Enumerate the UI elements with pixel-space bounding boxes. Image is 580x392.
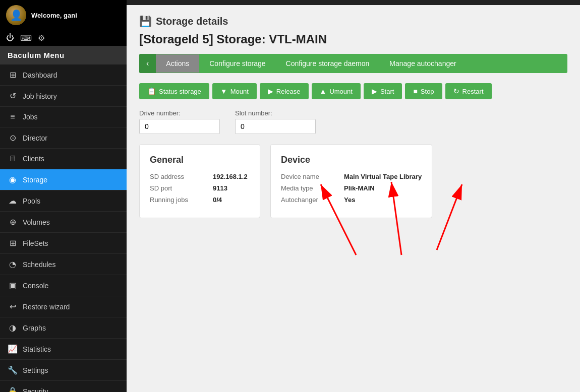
pools-icon: ☁ (8, 196, 18, 206)
sidebar-item-statistics[interactable]: 📈 Statistics (0, 339, 127, 360)
umount-button[interactable]: ▲ Umount (312, 83, 361, 99)
dashboard-icon: ⊞ (8, 70, 18, 80)
sidebar-item-pools[interactable]: ☁ Pools (0, 190, 127, 212)
storage-icon: ◉ (8, 175, 18, 184)
device-name-label: Device name (281, 173, 336, 180)
settings-icon[interactable]: ⚙ (38, 33, 45, 43)
sd-port-value: 9113 (213, 184, 227, 192)
sidebar-item-job-history[interactable]: ↺ Job history (0, 86, 127, 107)
graphs-icon: ◑ (8, 323, 18, 333)
autochanger-value: Yes (344, 196, 355, 204)
sidebar-item-label: Restore wizard (23, 303, 70, 311)
status-storage-button[interactable]: 📋 Status storage (139, 83, 209, 99)
restart-button[interactable]: ↻ Restart (445, 83, 492, 99)
form-row: Drive number: Slot number: (139, 109, 567, 134)
sidebar-header: 👤 Welcome, gani (0, 0, 127, 30)
sidebar-item-label: Security (23, 387, 48, 393)
general-card: General SD address 192.168.1.2 SD port 9… (139, 144, 260, 218)
sidebar-item-security[interactable]: 🔒 Security (0, 381, 127, 392)
statistics-icon: 📈 (8, 344, 18, 354)
job-history-icon: ↺ (8, 91, 18, 101)
start-icon: ▶ (372, 87, 377, 95)
header-icons: ⏻ ⌨ ⚙ (0, 30, 127, 46)
main-content: 💾 Storage details [StorageId 5] Storage:… (127, 0, 580, 392)
card-row-sd-address: SD address 192.168.1.2 (150, 173, 250, 180)
sd-port-label: SD port (150, 184, 205, 192)
tab-actions[interactable]: Actions (156, 54, 199, 73)
tab-manage-autochanger[interactable]: Manage autochanger (379, 54, 466, 73)
terminal-icon[interactable]: ⌨ (20, 33, 32, 43)
sidebar-item-label: Graphs (23, 324, 46, 332)
storage-id-title: [StorageId 5] Storage: VTL-MAIN (139, 32, 567, 46)
start-button[interactable]: ▶ Start (364, 83, 402, 99)
sidebar-item-label: Dashboard (23, 71, 57, 79)
drive-number-input[interactable] (139, 119, 220, 134)
mount-icon: ▼ (220, 87, 227, 95)
sidebar-item-clients[interactable]: 🖥 Clients (0, 149, 127, 169)
clients-icon: 🖥 (8, 154, 18, 163)
power-icon[interactable]: ⏻ (6, 33, 14, 43)
stop-icon: ■ (413, 87, 417, 95)
action-buttons: 📋 Status storage ▼ Mount ▶ Release ▲ Umo… (139, 83, 567, 99)
release-icon: ▶ (268, 87, 273, 95)
sidebar-item-label: Clients (23, 155, 44, 163)
schedules-icon: ◔ (8, 259, 18, 269)
sidebar-item-director[interactable]: ⊙ Director (0, 127, 127, 149)
sidebar-item-label: Volumes (23, 218, 50, 226)
tab-bar: ‹ Actions Configure storage Configure st… (139, 54, 567, 73)
menu-title: Baculum Menu (0, 46, 127, 64)
sidebar-item-label: Statistics (23, 345, 51, 353)
card-row-media-type: Media type Plik-MAIN (281, 184, 422, 192)
sidebar-item-jobs[interactable]: ≡ Jobs (0, 107, 127, 127)
release-button[interactable]: ▶ Release (260, 83, 309, 99)
card-row-device-name: Device name Main Virtual Tape Library (281, 173, 422, 180)
filesets-icon: ⊞ (8, 238, 18, 248)
tab-configure-daemon[interactable]: Configure storage daemon (276, 54, 380, 73)
restart-icon: ↻ (453, 87, 459, 95)
stop-button[interactable]: ■ Stop (405, 83, 442, 99)
sidebar-item-console[interactable]: ▣ Console (0, 275, 127, 296)
slot-number-label: Slot number: (235, 109, 316, 117)
sidebar: 👤 Welcome, gani ⏻ ⌨ ⚙ Baculum Menu ⊞ Das… (0, 0, 127, 392)
sd-address-label: SD address (150, 173, 205, 180)
slot-number-group: Slot number: (235, 109, 316, 134)
sidebar-item-storage[interactable]: ◉ Storage (0, 169, 127, 190)
security-icon: 🔒 (8, 386, 18, 392)
card-row-autochanger: Autochanger Yes (281, 196, 422, 204)
avatar: 👤 (6, 5, 26, 25)
sidebar-item-label: Job history (23, 92, 57, 100)
top-bar (127, 0, 580, 5)
general-card-title: General (150, 155, 250, 165)
drive-number-label: Drive number: (139, 109, 220, 117)
cards-row: General SD address 192.168.1.2 SD port 9… (139, 144, 567, 218)
sidebar-item-graphs[interactable]: ◑ Graphs (0, 317, 127, 339)
sidebar-item-volumes[interactable]: ⊕ Volumes (0, 212, 127, 233)
sidebar-item-label: Settings (23, 366, 48, 374)
media-type-label: Media type (281, 184, 336, 192)
sd-address-value: 192.168.1.2 (213, 173, 248, 180)
device-name-value: Main Virtual Tape Library (344, 173, 422, 180)
slot-number-input[interactable] (235, 119, 316, 134)
welcome-text: Welcome, gani (31, 12, 77, 19)
drive-number-group: Drive number: (139, 109, 220, 134)
sidebar-item-label: Storage (23, 176, 47, 184)
sidebar-item-label: Pools (23, 197, 40, 205)
sidebar-item-label: Schedules (23, 260, 55, 269)
media-type-value: Plik-MAIN (344, 184, 375, 192)
running-jobs-label: Running jobs (150, 196, 205, 204)
sidebar-item-dashboard[interactable]: ⊞ Dashboard (0, 64, 127, 86)
svg-line-3 (437, 184, 462, 250)
sidebar-item-schedules[interactable]: ◔ Schedules (0, 254, 127, 275)
tab-configure-storage[interactable]: Configure storage (199, 54, 275, 73)
sidebar-item-restore-wizard[interactable]: ↩ Restore wizard (0, 296, 127, 317)
tab-back-button[interactable]: ‹ (139, 54, 156, 73)
restore-icon: ↩ (8, 302, 18, 311)
sidebar-item-settings[interactable]: 🔧 Settings (0, 360, 127, 381)
mount-button[interactable]: ▼ Mount (212, 83, 257, 99)
sidebar-item-label: Jobs (23, 113, 38, 121)
status-storage-icon: 📋 (147, 87, 156, 95)
console-icon: ▣ (8, 281, 18, 290)
page-header: 💾 Storage details (139, 15, 567, 27)
sidebar-item-filesets[interactable]: ⊞ FileSets (0, 233, 127, 254)
umount-icon: ▲ (320, 87, 327, 95)
